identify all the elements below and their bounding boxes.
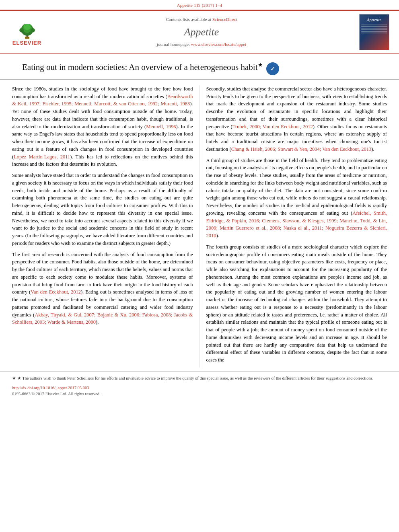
title-star: ★ (258, 62, 263, 68)
thumb-line-3 (361, 28, 387, 29)
svg-point-6 (30, 28, 35, 33)
footnote-symbol: ★ (12, 376, 17, 380)
elsevier-logo-box (7, 17, 47, 39)
left-para-2: Some analysts have stated that in order … (12, 172, 193, 247)
article-footer: ★ ★ The authors wish to thank Peter Scho… (0, 372, 399, 397)
journal-header: ELSEVIER Contents lists available at Sci… (0, 10, 399, 54)
right-para-1: Secondly, studies that analyse the comme… (206, 85, 387, 153)
left-column: Since the 1980s, studies in the sociolog… (12, 85, 200, 368)
journal-homepage-line: journal homepage: www.elsevier.com/locat… (53, 41, 350, 48)
thumb-line-5 (361, 31, 387, 32)
doi-line[interactable]: http://dx.doi.org/10.1016/j.appet.2017.0… (12, 385, 387, 391)
contents-line: Contents lists available at ScienceDirec… (53, 16, 350, 23)
copyright-line: 0195-6663/© 2017 Elsevier Ltd. All right… (12, 391, 387, 397)
thumb-line-6 (361, 33, 387, 33)
homepage-url[interactable]: www.elsevier.com/locate/appet (191, 42, 246, 47)
sciencedirect-link[interactable]: ScienceDirect (212, 17, 237, 22)
right-para-2: A third group of studies are those in th… (206, 157, 387, 240)
right-column: Secondly, studies that analyse the comme… (200, 85, 387, 368)
elsevier-logo-area: ELSEVIER (5, 17, 49, 47)
left-para-1: Since the 1980s, studies in the sociolog… (12, 85, 193, 168)
svg-point-5 (19, 28, 24, 33)
elsevier-tree-icon (16, 24, 38, 39)
doi-link[interactable]: http://dx.doi.org/10.1016/j.appet.2017.0… (12, 386, 89, 390)
article-title-text: Eating out in modern societies: An overv… (22, 62, 263, 73)
thumb-line-1 (361, 25, 387, 25)
elsevier-wordmark: ELSEVIER (12, 39, 41, 47)
thumb-line-4 (361, 29, 387, 30)
journal-cover-thumbnail-area: Appetite (354, 14, 394, 50)
thumbnail-decoration (361, 25, 387, 33)
right-para-3: The fourth group consists of studies of … (206, 243, 387, 364)
svg-rect-8 (27, 36, 27, 37)
journal-info-center: Contents lists available at ScienceDirec… (53, 16, 350, 48)
crossmark-badge[interactable]: ✓ (266, 62, 279, 75)
article-body: Since the 1980s, studies in the sociolog… (0, 80, 399, 368)
footnote-text: ★ ★ The authors wish to thank Peter Scho… (12, 375, 387, 382)
thumbnail-title: Appetite (367, 17, 382, 23)
citation-bar: Appetite 119 (2017) 1–4 (0, 0, 399, 10)
article-title: Eating out in modern societies: An overv… (22, 62, 377, 75)
article-title-section: Eating out in modern societies: An overv… (0, 54, 399, 80)
journal-cover-thumbnail: Appetite (359, 14, 389, 50)
journal-title: Appetite (53, 25, 350, 40)
left-para-3: The first area of research is concerned … (12, 251, 193, 327)
journal-citation: Appetite 119 (2017) 1–4 (177, 3, 222, 8)
thumb-line-2 (361, 26, 387, 27)
